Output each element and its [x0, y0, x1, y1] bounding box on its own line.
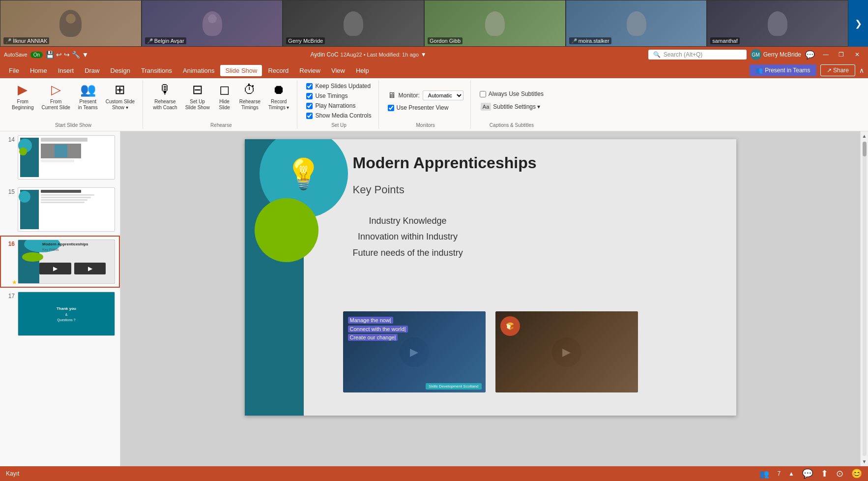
present-in-teams-ribbon-button[interactable]: 👥 Presentin Teams: [75, 80, 101, 113]
menu-transitions[interactable]: Transitions: [136, 65, 177, 76]
menu-draw[interactable]: Draw: [80, 65, 104, 76]
share-screen-icon[interactable]: ⬆: [821, 468, 828, 479]
slide-number-16: 16: [5, 240, 15, 247]
monitor-icon: 🖥: [388, 91, 396, 100]
rehearse-coach-icon: 🎙: [159, 82, 172, 97]
ribbon-group-rehearse: 🎙 Rehearsewith Coach ⊟ Set UpSlide Show …: [145, 80, 297, 129]
custom-slide-show-button[interactable]: ⊞ Custom SlideShow ▾: [103, 80, 138, 113]
menu-review[interactable]: Review: [294, 65, 325, 76]
user-profile[interactable]: GM Gerry McBride: [751, 49, 801, 60]
from-beginning-button[interactable]: ▶ FromBeginning: [9, 80, 36, 113]
participants-expand-icon[interactable]: ▲: [788, 470, 794, 477]
menu-design[interactable]: Design: [106, 65, 135, 76]
share-icon: ↗: [827, 67, 832, 74]
slide-item-14[interactable]: 14: [0, 131, 120, 183]
slide-item-17[interactable]: 17 Thank you & Questions ?: [0, 288, 120, 340]
search-box[interactable]: 🔍 Search (Alt+Q): [648, 50, 747, 60]
participant-6[interactable]: samanthaf: [707, 0, 848, 47]
play-narrations-checkbox[interactable]: Play Narrations: [304, 101, 357, 110]
group-label-start: Start Slide Show: [9, 121, 138, 129]
emoji-icon[interactable]: 😊: [851, 468, 862, 479]
video-1-overlay: Manage the now| Connect with the world| …: [348, 316, 408, 342]
rehearse-timings-icon: ⏱: [243, 82, 256, 97]
participant-6-name: samanthaf: [710, 37, 739, 44]
ribbon-collapse-button[interactable]: ∧: [859, 66, 864, 74]
more-icon[interactable]: ⊙: [836, 468, 843, 479]
setup-show-button[interactable]: ⊟ Set UpSlide Show: [182, 80, 213, 113]
slide-item-15[interactable]: 15: [0, 183, 120, 236]
restore-button[interactable]: ❐: [835, 48, 848, 61]
scroll-thumb[interactable]: [863, 142, 867, 156]
custom-show-icon: ⊞: [115, 82, 125, 97]
slide-number-17: 17: [5, 292, 15, 300]
powerpoint-window: AutoSave On 💾 ↩ ↪ 🔧 ▼ Aydin CoC 12Aug22 …: [0, 47, 868, 481]
autosave-toggle[interactable]: On: [30, 52, 43, 58]
menu-slideshow[interactable]: Slide Show: [220, 65, 262, 76]
teams-icon: 👥: [755, 67, 763, 74]
main-area: 14: [0, 131, 868, 466]
video-1-badge: Skills Development Scotland: [426, 383, 481, 390]
presenter-view-checkbox[interactable]: Use Presenter View: [386, 103, 451, 112]
rehearse-coach-button[interactable]: 🎙 Rehearsewith Coach: [150, 80, 180, 113]
scroll-down-arrow[interactable]: ▼: [860, 457, 868, 466]
ribbon-group-setup: Keep Slides Updated Use Timings Play Nar…: [299, 80, 378, 129]
subtitle-settings-button[interactable]: Aa Subtitle Settings ▾: [478, 101, 544, 112]
video-2[interactable]: 🍞 ▶: [495, 311, 638, 392]
point-2: Innovation within Industry: [353, 229, 463, 244]
slide-thumb-16: Modern Apprenticeships Key Points ▶ ▶: [18, 240, 115, 284]
menu-help[interactable]: Help: [351, 65, 374, 76]
title-bar: AutoSave On 💾 ↩ ↪ 🔧 ▼ Aydin CoC 12Aug22 …: [0, 47, 868, 62]
avatar: GM: [751, 49, 761, 60]
participant-2[interactable]: 🎤 Belgin Avşar: [142, 0, 283, 47]
use-timings-checkbox[interactable]: Use Timings: [304, 91, 349, 100]
menu-record[interactable]: Record: [263, 65, 293, 76]
right-scrollbar[interactable]: ▲ ▼: [860, 131, 868, 466]
slide-title: Modern Apprenticeships: [353, 154, 537, 172]
quick-access-icons: 💾 ↩ ↪ 🔧 ▼: [46, 51, 88, 59]
share-button[interactable]: ↗ Share: [820, 64, 855, 76]
participant-5-name: 🎤 moira.stalker: [569, 37, 611, 44]
current-slide: 💡 Modern Apprenticeships Key Points Indu…: [245, 139, 736, 416]
menu-animations[interactable]: Animations: [178, 65, 219, 76]
close-button[interactable]: ✕: [850, 48, 864, 61]
menu-view[interactable]: View: [326, 65, 350, 76]
monitor-dropdown[interactable]: Automatic: [423, 90, 463, 100]
autosave-label: AutoSave: [4, 52, 28, 58]
present-in-teams-button[interactable]: 👥 Present in Teams: [750, 64, 816, 76]
monitor-selector: 🖥 Monitor: Automatic: [386, 90, 465, 101]
participant-4[interactable]: Gordon Gibb: [424, 0, 566, 47]
scroll-track[interactable]: [863, 142, 867, 456]
window-controls: — ❐ ✕: [819, 48, 864, 61]
chat-icon[interactable]: 💬: [802, 468, 813, 479]
slide-item-16[interactable]: 16 Modern Apprenticeships Key Points ▶ ▶: [0, 236, 120, 288]
menu-home[interactable]: Home: [25, 65, 52, 76]
slide-subtitle: Key Points: [353, 183, 405, 196]
from-current-icon: ▷: [51, 82, 61, 97]
record-timings-button[interactable]: ⏺ RecordTimings ▾: [265, 80, 292, 113]
document-title: Aydin CoC 12Aug22 • Last Modified: 1h ag…: [310, 51, 426, 58]
participant-1[interactable]: 🎤 İlknur ANNIAK: [0, 0, 142, 47]
ribbon-group-monitors: 🖥 Monitor: Automatic Use Presenter View …: [381, 80, 471, 129]
rehearse-timings-button[interactable]: ⏱ RehearseTimings: [236, 80, 263, 113]
always-use-subtitles-checkbox[interactable]: Always Use Subtitles: [478, 90, 546, 98]
group-label-captions: Captions & Subtitles: [478, 121, 546, 129]
slide-thumb-15: [18, 187, 115, 232]
menu-insert[interactable]: Insert: [53, 65, 79, 76]
keep-slides-checkbox[interactable]: Keep Slides Updated: [304, 82, 373, 90]
participant-2-name: 🎤 Belgin Avşar: [145, 37, 186, 44]
show-media-controls-checkbox[interactable]: Show Media Controls: [304, 111, 373, 120]
video-1[interactable]: Manage the now| Connect with the world| …: [343, 311, 486, 392]
scroll-up-arrow[interactable]: ▲: [860, 131, 868, 141]
participant-5[interactable]: 🎤 moira.stalker: [566, 0, 707, 47]
slide-points: Industry Knowledge Innovation within Ind…: [353, 213, 463, 261]
participant-3[interactable]: Gerry McBride: [283, 0, 424, 47]
point-1: Industry Knowledge: [353, 213, 463, 229]
from-current-slide-button[interactable]: ▷ FromCurrent Slide: [38, 80, 73, 113]
hide-slide-button[interactable]: ◻ HideSlide: [215, 80, 234, 113]
slide-panel[interactable]: 14: [0, 131, 120, 466]
comments-icon[interactable]: 💬: [805, 50, 815, 60]
menu-file[interactable]: File: [4, 65, 24, 76]
minimize-button[interactable]: —: [819, 48, 833, 61]
teams-next-button[interactable]: ❯: [848, 0, 868, 47]
participants-count: 7: [777, 470, 781, 477]
